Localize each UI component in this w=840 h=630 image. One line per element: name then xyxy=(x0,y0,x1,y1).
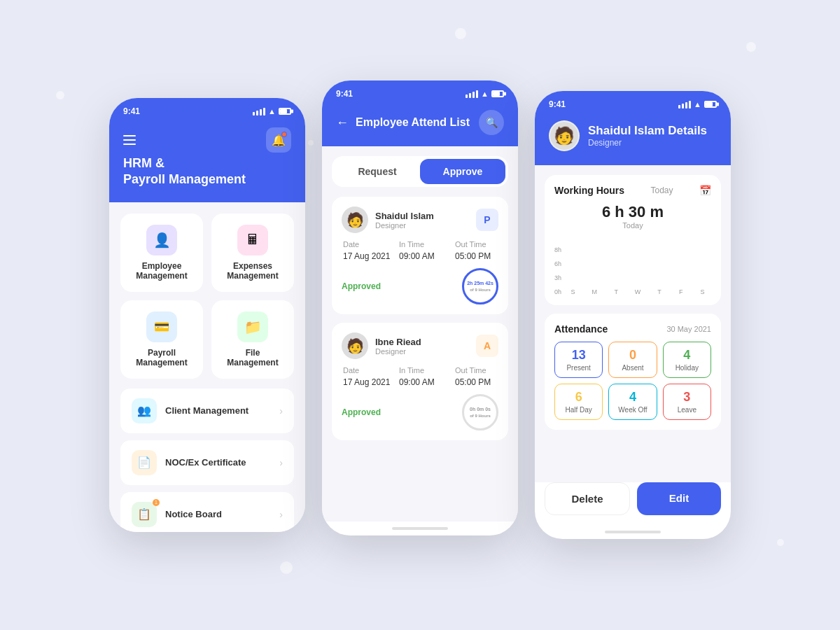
notice-icon: 📋 1 xyxy=(132,502,157,527)
signal-bar xyxy=(678,105,680,108)
status-bar-2: 9:41 ▲ xyxy=(322,80,518,104)
tab-switcher: Request Approve xyxy=(332,156,508,187)
noc-icon: 📄 xyxy=(132,450,157,475)
person-details-name: Shaidul Islam Details xyxy=(588,124,707,138)
approved-status-2: Approved xyxy=(342,407,381,417)
search-icon: 🔍 xyxy=(486,117,498,128)
col-out-header: Out Time xyxy=(455,366,497,374)
payroll-management-label: PayrollManagement xyxy=(136,348,187,368)
halfday-label: Half Day xyxy=(561,406,596,414)
hrm-header: 🔔 HRM & Payroll Management xyxy=(109,122,305,202)
signal-bar xyxy=(472,92,475,98)
hours-display: 6 h 30 m Today xyxy=(554,203,711,230)
attend-body: Request Approve 🧑 Shaidul Islam Designer… xyxy=(322,146,518,522)
person-details-role: Designer xyxy=(588,138,707,148)
x-label-t2: T xyxy=(650,288,668,295)
chevron-right-icon: › xyxy=(279,509,283,520)
attend-card-2[interactable]: 🧑 Ibne Riead Designer A Date In Time Out… xyxy=(332,323,508,440)
stat-holiday: 4 Holiday xyxy=(663,342,711,378)
leave-label: Leave xyxy=(669,406,705,414)
phone-details: 9:41 ▲ 🧑 xyxy=(535,91,731,539)
bar-chart-container: 8h 6h 3h 0h xyxy=(554,237,711,295)
signal-icon xyxy=(678,101,691,108)
chevron-right-icon: › xyxy=(279,405,283,416)
delete-button[interactable]: Delete xyxy=(545,482,630,515)
present-label: Present xyxy=(561,364,596,372)
menu-line xyxy=(123,135,136,136)
signal-bar xyxy=(682,104,684,108)
app-title: HRM & Payroll Management xyxy=(123,155,291,188)
battery-fill xyxy=(706,102,713,106)
table-row-2: 17 Aug 2021 09:00 AM 05:00 PM xyxy=(342,377,498,387)
signal-bar xyxy=(263,108,265,115)
bg-decoration xyxy=(455,28,466,39)
status-icons-2: ▲ xyxy=(465,90,504,98)
grid-item-file[interactable]: 📁 FileManagement xyxy=(211,300,294,379)
list-item-notice[interactable]: 📋 1 Notice Board › xyxy=(120,492,294,532)
attendance-header-row: Attendance 30 May 2021 xyxy=(554,323,711,335)
attend-list-title: Employee Attend List xyxy=(356,116,472,129)
today-label: Today xyxy=(651,186,673,195)
menu-icon[interactable] xyxy=(123,135,136,145)
x-label-s: S xyxy=(564,288,582,295)
battery-icon xyxy=(491,90,504,97)
client-management-label: Client Management xyxy=(165,405,271,416)
bottom-buttons: Delete Edit xyxy=(535,482,731,525)
signal-icon xyxy=(253,108,265,115)
expenses-management-icon: 🖩 xyxy=(237,225,268,255)
holiday-value: 4 xyxy=(669,348,705,363)
table-header-1: Date In Time Out Time xyxy=(342,240,498,248)
grid-item-expenses[interactable]: 🖩 ExpensesManagement xyxy=(211,214,294,292)
noc-label: NOC/Ex Certificate xyxy=(165,457,271,468)
details-body: Working Hours Today 📅 6 h 30 m Today 8h … xyxy=(535,165,731,482)
wifi-icon: ▲ xyxy=(694,100,701,108)
bg-decoration xyxy=(777,539,784,546)
stat-halfday: 6 Half Day xyxy=(554,384,603,420)
stat-leave: 3 Leave xyxy=(663,384,711,420)
list-item-noc[interactable]: 📄 NOC/Ex Certificate › xyxy=(120,440,294,485)
timer-value-1: 2h 25m 42sof 9 Hours xyxy=(467,280,493,293)
attendance-card: Attendance 30 May 2021 13 Present 0 Abse… xyxy=(545,314,721,430)
person-name-2: Ibne Riead xyxy=(375,337,421,347)
bg-decoration xyxy=(746,42,756,52)
back-button[interactable]: ← xyxy=(336,115,349,130)
status-time-3: 9:41 xyxy=(549,99,566,109)
phones-container: 9:41 ▲ xyxy=(109,91,731,539)
tab-approve[interactable]: Approve xyxy=(420,159,505,184)
table-header-2: Date In Time Out Time xyxy=(342,366,498,374)
status-time-1: 9:41 xyxy=(123,106,140,116)
date-value-1: 17 Aug 2021 xyxy=(343,251,399,261)
holiday-label: Holiday xyxy=(669,364,705,372)
person-role-2: Designer xyxy=(375,347,421,356)
col-date-header: Date xyxy=(343,366,399,374)
notice-board-label: Notice Board xyxy=(165,509,271,519)
person-name-1: Shaidul Islam xyxy=(375,211,434,221)
list-item-client[interactable]: 👥 Client Management › xyxy=(120,388,294,433)
grid-item-employee[interactable]: 👤 EmployeeManagement xyxy=(120,214,203,292)
battery-fill xyxy=(493,92,500,96)
status-row-1: Approved 2h 25m 42sof 9 Hours xyxy=(342,268,498,304)
calendar-icon[interactable]: 📅 xyxy=(699,185,711,196)
absent-label: Absent xyxy=(615,364,650,372)
status-row-2: Approved 0h 0m 0sof 9 Hours xyxy=(342,394,498,430)
grid-item-payroll[interactable]: 💳 PayrollManagement xyxy=(120,300,203,379)
weekoff-value: 4 xyxy=(615,390,650,405)
signal-bar xyxy=(689,101,691,108)
attend-card-1[interactable]: 🧑 Shaidul Islam Designer P Date In Time … xyxy=(332,197,508,314)
stat-present: 13 Present xyxy=(554,342,603,378)
approved-status-1: Approved xyxy=(342,281,381,291)
x-label-m: M xyxy=(586,288,603,295)
table-row-1: 17 Aug 2021 09:00 AM 05:00 PM xyxy=(342,251,498,261)
y-label: 8h xyxy=(554,246,561,253)
notification-button[interactable]: 🔔 xyxy=(266,127,291,153)
edit-button[interactable]: Edit xyxy=(637,482,721,515)
home-bar xyxy=(392,527,448,530)
search-button[interactable]: 🔍 xyxy=(479,110,504,135)
out-time-2: 05:00 PM xyxy=(455,377,497,387)
stat-absent: 0 Absent xyxy=(608,342,657,378)
person-role-1: Designer xyxy=(375,221,434,230)
hours-period: Today xyxy=(554,221,711,230)
signal-bar xyxy=(469,93,471,98)
x-label-w: W xyxy=(629,288,647,295)
tab-request[interactable]: Request xyxy=(335,159,420,184)
